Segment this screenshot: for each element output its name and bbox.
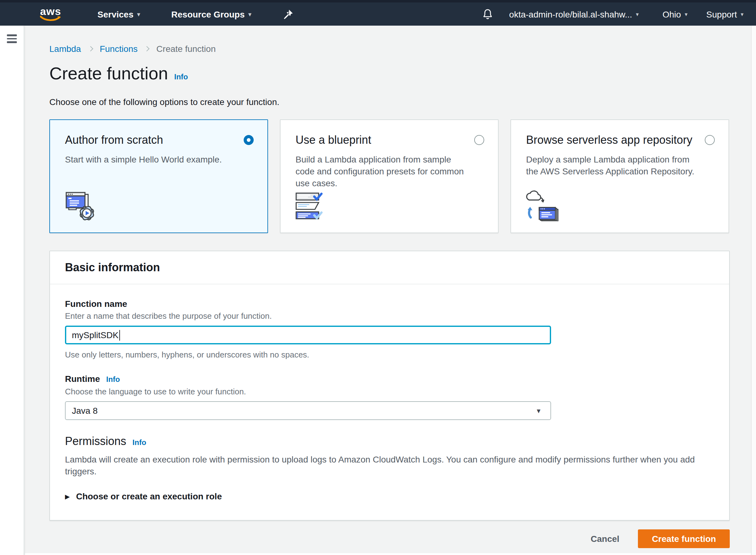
function-name-description: Enter a name that describes the purpose … — [65, 311, 714, 321]
serverless-app-repository-icon — [526, 190, 561, 221]
permissions-section: Permissions Info Lambda will create an e… — [65, 435, 714, 501]
chevron-down-icon: ▾ — [741, 11, 744, 17]
nav-services-label: Services — [97, 9, 133, 19]
panel-heading: Basic information — [65, 261, 714, 274]
option-card-author-from-scratch[interactable]: Author from scratch Start with a simple … — [49, 119, 268, 233]
breadcrumb-lambda-link[interactable]: Lambda — [49, 44, 81, 54]
caret-right-icon: ▶ — [65, 493, 70, 500]
option-card-title: Browse serverless app repository — [526, 133, 713, 147]
nav-support-menu[interactable]: Support ▾ — [706, 9, 744, 19]
execution-role-expander-label: Choose or create an execution role — [76, 491, 222, 501]
page-title-text: Create function — [49, 63, 168, 84]
chevron-down-icon: ▾ — [636, 11, 639, 17]
chevron-down-icon: ▾ — [248, 11, 251, 17]
nav-region-label: Ohio — [663, 9, 681, 19]
chevron-down-icon: ▾ — [137, 11, 140, 17]
runtime-info-link[interactable]: Info — [106, 374, 120, 385]
page-title: Create function Info — [49, 63, 756, 87]
main-content: Lambda Functions Create function Create … — [25, 26, 756, 553]
author-from-scratch-icon — [65, 191, 97, 221]
pushpin-icon — [284, 9, 293, 19]
function-name-value: mySplitSDK — [72, 330, 119, 340]
collapsed-side-panel — [0, 26, 25, 555]
permissions-info-link[interactable]: Info — [132, 438, 146, 447]
option-card-description: Start with a simple Hello World example. — [65, 154, 253, 166]
option-card-description: Deploy a sample Lambda application from … — [526, 154, 713, 177]
breadcrumb: Lambda Functions Create function — [49, 44, 756, 54]
aws-logo[interactable]: aws — [38, 7, 64, 21]
cancel-button[interactable]: Cancel — [591, 534, 620, 544]
runtime-select[interactable]: Java 8 ▼ — [65, 401, 551, 420]
runtime-label: Runtime — [65, 373, 100, 384]
breadcrumb-current: Create function — [157, 44, 216, 54]
aws-logo-text: aws — [40, 7, 61, 16]
runtime-selected-value: Java 8 — [72, 405, 98, 416]
chevron-right-icon — [144, 46, 150, 51]
breadcrumb-functions-link[interactable]: Functions — [100, 44, 137, 54]
nav-account-label: okta-admin-role/bilal.al-shahw... — [509, 9, 632, 19]
nav-account-menu[interactable]: okta-admin-role/bilal.al-shahw... ▾ — [509, 9, 639, 19]
basic-information-panel: Basic information Function name Enter a … — [49, 251, 730, 521]
panel-body: Function name Enter a name that describe… — [50, 284, 729, 520]
menu-hamburger-icon[interactable] — [7, 34, 17, 43]
creation-option-cards: Author from scratch Start with a simple … — [49, 119, 730, 233]
radio-unselected-icon[interactable] — [705, 135, 715, 145]
runtime-description: Choose the language to use to write your… — [65, 386, 714, 397]
option-card-use-a-blueprint[interactable]: Use a blueprint Build a Lambda applicati… — [280, 119, 499, 233]
select-caret-down-icon: ▼ — [535, 408, 542, 414]
nav-support-label: Support — [706, 9, 737, 19]
function-name-constraint: Use only letters, numbers, hyphens, or u… — [65, 350, 714, 359]
option-card-title: Author from scratch — [65, 133, 253, 147]
chevron-down-icon: ▾ — [685, 11, 687, 17]
option-card-title: Use a blueprint — [296, 133, 483, 147]
function-name-label: Function name — [65, 298, 714, 309]
nav-resource-groups-menu[interactable]: Resource Groups ▾ — [171, 9, 251, 19]
title-info-link[interactable]: Info — [174, 66, 188, 87]
function-name-input[interactable]: mySplitSDK — [65, 326, 551, 344]
permissions-description: Lambda will create an execution role wit… — [65, 454, 714, 477]
option-card-description: Build a Lambda application from sample c… — [296, 154, 483, 189]
nav-left-group: aws Services ▾ Resource Groups ▾ — [0, 7, 293, 21]
pin-shortcut-button[interactable] — [284, 9, 293, 19]
nav-services-menu[interactable]: Services ▾ — [97, 9, 140, 19]
radio-unselected-icon[interactable] — [474, 135, 484, 145]
notifications-bell-icon[interactable] — [482, 8, 493, 20]
panel-header: Basic information — [50, 251, 729, 284]
nav-right-group: okta-admin-role/bilal.al-shahw... ▾ Ohio… — [482, 8, 756, 20]
runtime-field: Runtime Info Choose the language to use … — [65, 373, 714, 420]
page-subtitle: Choose one of the following options to c… — [49, 97, 756, 107]
top-navigation-bar: aws Services ▾ Resource Groups ▾ — [0, 0, 756, 26]
create-function-button[interactable]: Create function — [638, 529, 730, 548]
permissions-heading: Permissions — [65, 435, 126, 448]
option-card-browse-serverless-app-repository[interactable]: Browse serverless app repository Deploy … — [510, 119, 729, 233]
scrollbar-track[interactable] — [751, 26, 756, 555]
radio-selected-icon[interactable] — [244, 135, 254, 145]
aws-smile-icon — [40, 16, 61, 21]
execution-role-expander[interactable]: ▶ Choose or create an execution role — [65, 491, 714, 501]
nav-resource-groups-label: Resource Groups — [171, 9, 244, 19]
blueprint-icon — [296, 193, 330, 221]
nav-region-menu[interactable]: Ohio ▾ — [663, 9, 687, 19]
chevron-right-icon — [88, 46, 93, 51]
text-cursor — [119, 330, 120, 340]
aws-console-page: aws Services ▾ Resource Groups ▾ — [0, 0, 756, 555]
footer-actions: Cancel Create function — [49, 529, 730, 548]
